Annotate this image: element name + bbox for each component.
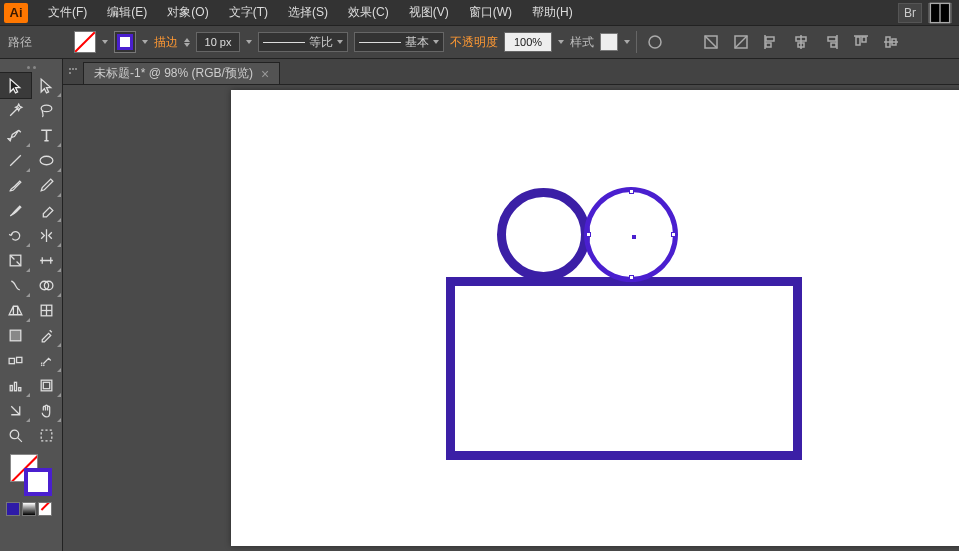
profile-select[interactable]: 等比	[258, 32, 348, 52]
menu-effect[interactable]: 效果(C)	[338, 4, 399, 21]
stroke-weight-stepper[interactable]	[184, 38, 190, 47]
symbol-sprayer-tool[interactable]	[31, 348, 62, 373]
svg-rect-32	[9, 358, 14, 363]
style-dropdown-icon[interactable]	[624, 40, 630, 44]
svg-rect-31	[10, 330, 21, 341]
stroke-swatch[interactable]	[114, 31, 136, 53]
menu-help[interactable]: 帮助(H)	[522, 4, 583, 21]
selection-handle[interactable]	[671, 232, 676, 237]
opacity-input[interactable]	[504, 32, 552, 52]
ellipse-tool[interactable]	[31, 148, 62, 173]
document-tab[interactable]: 未标题-1* @ 98% (RGB/预览) ×	[83, 62, 280, 84]
svg-rect-8	[766, 37, 774, 41]
eyedropper-tool[interactable]	[31, 323, 62, 348]
zoom-tool[interactable]	[0, 423, 31, 448]
brush-select[interactable]: 基本	[354, 32, 444, 52]
tab-close-icon[interactable]: ×	[261, 66, 269, 82]
reflect-tool[interactable]	[31, 223, 62, 248]
color-mode-solid[interactable]	[6, 502, 20, 516]
perspective-grid-tool[interactable]	[0, 298, 31, 323]
svg-rect-17	[856, 37, 860, 45]
panel-grip-icon[interactable]	[0, 63, 62, 71]
tab-bar: 未标题-1* @ 98% (RGB/预览) ×	[63, 59, 959, 85]
selection-handle[interactable]	[629, 275, 634, 280]
menu-select[interactable]: 选择(S)	[278, 4, 338, 21]
column-graph-tool[interactable]	[0, 373, 31, 398]
app-logo: Ai	[4, 3, 28, 23]
menu-view[interactable]: 视图(V)	[399, 4, 459, 21]
arrange-icon[interactable]	[928, 3, 952, 23]
canvas[interactable]	[63, 85, 959, 551]
fill-swatch[interactable]	[74, 31, 96, 53]
svg-point-39	[10, 430, 19, 439]
stroke-indicator[interactable]	[24, 468, 52, 496]
align-icon-2[interactable]	[729, 31, 753, 53]
eraser-tool[interactable]	[31, 198, 62, 223]
align-right-icon[interactable]	[819, 31, 843, 53]
recolor-icon[interactable]	[643, 31, 667, 53]
stroke-weight-input[interactable]	[196, 32, 240, 52]
svg-line-4	[705, 36, 717, 48]
color-mode-none[interactable]	[38, 502, 52, 516]
stroke-dropdown-icon[interactable]	[142, 40, 148, 44]
width-tool[interactable]	[31, 248, 62, 273]
stroke-weight-dropdown-icon[interactable]	[246, 40, 252, 44]
selection-handle[interactable]	[629, 189, 634, 194]
svg-line-6	[735, 36, 747, 48]
blob-brush-tool[interactable]	[0, 198, 31, 223]
circle-path-right-selected[interactable]	[584, 187, 678, 282]
svg-rect-15	[831, 43, 836, 47]
color-mode-row	[6, 502, 62, 516]
mesh-tool[interactable]	[31, 298, 62, 323]
type-tool[interactable]	[31, 123, 62, 148]
fill-stroke-indicator[interactable]	[10, 454, 52, 496]
pen-tool[interactable]	[0, 123, 31, 148]
free-transform-tool[interactable]	[0, 273, 31, 298]
stroke-label[interactable]: 描边	[154, 34, 178, 51]
selection-tool[interactable]	[0, 73, 31, 98]
align-top-icon[interactable]	[849, 31, 873, 53]
menu-file[interactable]: 文件(F)	[38, 4, 97, 21]
direct-selection-tool[interactable]	[31, 73, 62, 98]
color-mode-gradient[interactable]	[22, 502, 36, 516]
style-swatch[interactable]	[600, 33, 618, 51]
rectangle-path[interactable]	[446, 277, 802, 460]
artboard-tool[interactable]	[31, 373, 62, 398]
circle-path-left[interactable]	[497, 188, 590, 281]
rotate-tool[interactable]	[0, 223, 31, 248]
svg-rect-36	[19, 388, 21, 391]
magic-wand-tool[interactable]	[0, 98, 31, 123]
svg-point-24	[40, 156, 53, 165]
paintbrush-tool[interactable]	[0, 173, 31, 198]
gradient-tool[interactable]	[0, 323, 31, 348]
menu-window[interactable]: 窗口(W)	[459, 4, 522, 21]
align-hcenter-icon[interactable]	[789, 31, 813, 53]
style-label: 样式	[570, 34, 594, 51]
control-bar: 路径 描边 等比 基本 不透明度 样式	[0, 26, 959, 59]
hand-tool[interactable]	[31, 398, 62, 423]
svg-line-40	[18, 438, 22, 442]
lasso-tool[interactable]	[31, 98, 62, 123]
tab-grip-icon[interactable]	[69, 68, 77, 76]
scale-tool[interactable]	[0, 248, 31, 273]
selection-handle[interactable]	[586, 232, 591, 237]
shape-builder-tool[interactable]	[31, 273, 62, 298]
opacity-dropdown-icon[interactable]	[558, 40, 564, 44]
pencil-tool[interactable]	[31, 173, 62, 198]
fill-dropdown-icon[interactable]	[102, 40, 108, 44]
line-tool[interactable]	[0, 148, 31, 173]
blend-tool[interactable]	[0, 348, 31, 373]
svg-rect-41	[41, 430, 52, 441]
slice-tool[interactable]	[0, 398, 31, 423]
opacity-label[interactable]: 不透明度	[450, 34, 498, 51]
align-left-icon[interactable]	[759, 31, 783, 53]
align-vcenter-icon[interactable]	[879, 31, 903, 53]
svg-rect-14	[828, 37, 836, 41]
menu-object[interactable]: 对象(O)	[157, 4, 218, 21]
menu-text[interactable]: 文字(T)	[219, 4, 278, 21]
align-icon-1[interactable]	[699, 31, 723, 53]
mode-label: 路径	[8, 34, 32, 51]
menu-edit[interactable]: 编辑(E)	[97, 4, 157, 21]
print-tiling-tool[interactable]	[31, 423, 62, 448]
workspace-icon[interactable]: Br	[898, 3, 922, 23]
